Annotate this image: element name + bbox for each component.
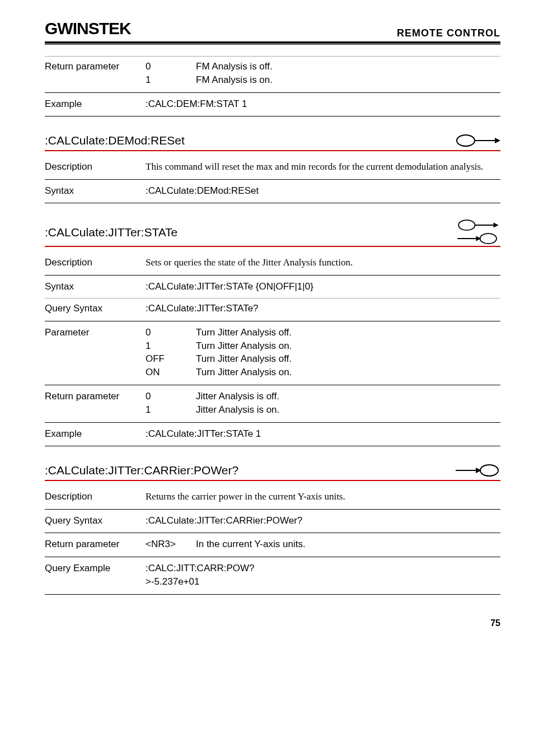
divider [45,298,500,298]
query-arrow-icon [456,464,500,477]
divider [45,557,500,557]
param-key: 0 [146,326,196,339]
param-value: FM Analysis is off. [196,60,500,73]
set-arrow-icon [456,134,500,147]
set-arrow-icon [456,219,500,231]
command-title: :CALCulate:DEMod:RESet [45,132,185,148]
param-key: <NR3> [146,538,196,551]
example-value: :CALC:DEM:FM:STAT 1 [146,97,500,111]
divider [45,275,500,276]
brand-logo: GWINSTEK [45,17,131,40]
parameter-label: Parameter [45,326,146,379]
divider [45,446,500,446]
param-value: Jitter Analysis is on. [196,403,500,417]
divider [45,422,500,423]
query-syntax-label: Query Syntax [45,514,146,528]
syntax-value: :CALCulate:JITTer:STATe {ON|OFF|1|0} [146,280,500,293]
divider [45,179,500,180]
query-arrow-icon [456,232,500,245]
query-example-label: Query Example [45,562,146,589]
param-value: Turn Jitter Analysis off. [196,352,500,366]
syntax-label: Syntax [45,280,146,293]
description-label: Description [45,490,146,503]
command-title: :CALCulate:JITTer:CARRier:POWer? [45,462,238,478]
example-value: :CALCulate:JITTer:STATe 1 [146,427,500,441]
example-label: Example [45,97,146,111]
param-key: OFF [146,352,196,366]
red-divider [45,150,500,151]
header-rule [45,41,500,45]
divider [45,321,500,321]
param-key: 0 [146,60,196,73]
return-parameter-label: Return parameter [45,538,146,551]
description-label: Description [45,160,146,174]
divider [45,92,500,93]
param-value: In the current Y-axis units. [196,538,500,551]
query-syntax-label: Query Syntax [45,302,146,315]
divider [45,203,500,203]
param-value: Turn Jitter Analysis on. [196,366,500,379]
divider [45,594,500,595]
query-example-line: :CALC:JITT:CARR:POW? [146,562,500,575]
syntax-value: :CALCulate:DEMod:RESet [146,184,500,198]
param-value: Jitter Analysis is off. [196,390,500,403]
param-value: FM Analysis is on. [196,73,500,87]
param-value: Turn Jitter Analysis off. [196,326,500,339]
description-text: Sets or queries the state of the Jitter … [146,256,500,269]
page-header-title: REMOTE CONTROL [397,26,500,40]
return-parameter-label: Return parameter [45,390,146,417]
description-label: Description [45,256,146,269]
query-syntax-value: :CALCulate:JITTer:STATe? [146,302,500,315]
return-parameter-label: Return parameter [45,60,146,87]
param-key: 0 [146,390,196,403]
red-divider [45,480,500,481]
param-key: 1 [146,403,196,417]
syntax-label: Syntax [45,184,146,198]
example-label: Example [45,427,146,441]
param-value: Turn Jitter Analysis on. [196,339,500,353]
query-syntax-value: :CALCulate:JITTer:CARRier:POWer? [146,514,500,528]
divider [45,116,500,116]
description-text: This command will reset the max and min … [146,160,500,174]
page-number: 75 [45,617,500,629]
param-key: 1 [146,339,196,353]
divider [45,385,500,385]
param-key: 1 [146,73,196,87]
param-key: ON [146,366,196,379]
divider [45,56,500,57]
red-divider [45,246,500,247]
divider [45,509,500,510]
query-example-line: >-5.237e+01 [146,575,500,589]
command-title: :CALCulate:JITTer:STATe [45,224,177,240]
description-text: Returns the carrier power in the current… [146,490,500,503]
divider [45,533,500,533]
